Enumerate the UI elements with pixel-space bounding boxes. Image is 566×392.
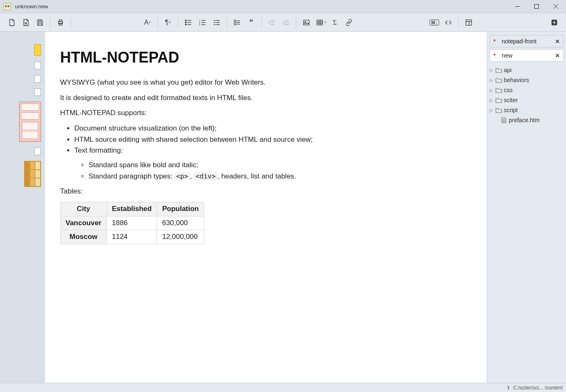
- tree-folder[interactable]: ▷sciter: [488, 95, 565, 105]
- list-item[interactable]: Standard paragraph types: <p>, <div>, he…: [88, 171, 472, 182]
- outline-p-block[interactable]: [34, 148, 41, 155]
- editor-wrap: HTML-NOTEPAD WYSIWYG (what you see is wh…: [45, 32, 487, 383]
- doc-list[interactable]: Document structure visualization (on the…: [60, 123, 472, 181]
- svg-rect-27: [234, 20, 235, 25]
- paragraph-button[interactable]: ¶▾: [161, 16, 174, 29]
- new-file-button[interactable]: [5, 16, 18, 29]
- definition-list-button[interactable]: [210, 16, 223, 29]
- outline-table-block[interactable]: [24, 161, 41, 187]
- status-path: C:/sciter/sci...: [513, 385, 543, 391]
- editor[interactable]: HTML-NOTEPAD WYSIWYG (what you see is wh…: [45, 32, 487, 383]
- doc-paragraph[interactable]: It is designed to create and edit format…: [60, 93, 472, 103]
- source-toggle-button[interactable]: [442, 16, 455, 29]
- outline-p-block[interactable]: [34, 62, 41, 69]
- list-item[interactable]: HTML source editing with shared selectio…: [74, 135, 472, 145]
- table-cell[interactable]: Vancouver: [61, 216, 107, 230]
- expand-icon: ▷: [490, 78, 494, 83]
- preformatted-button[interactable]: [230, 16, 244, 29]
- statusbar: ⬆ C:/sciter/sci... /content: [0, 383, 566, 392]
- table-header[interactable]: City: [61, 202, 107, 216]
- svg-rect-39: [317, 20, 322, 25]
- add-button[interactable]: [548, 16, 561, 29]
- folder-icon: [495, 107, 502, 113]
- table-button[interactable]: ▾: [314, 16, 327, 29]
- file-icon: [500, 117, 507, 123]
- window-title: unknown:new: [15, 3, 48, 10]
- doc-heading[interactable]: HTML-NOTEPAD: [60, 47, 472, 68]
- doc-paragraph[interactable]: Tables:: [60, 186, 472, 197]
- maximize-button[interactable]: [527, 0, 546, 13]
- expand-icon: ▷: [490, 108, 494, 113]
- font-style-button[interactable]: A▾: [141, 16, 154, 29]
- status-path-tail: /content: [545, 385, 563, 391]
- close-window-button[interactable]: [546, 0, 565, 13]
- dirty-indicator: *: [493, 52, 498, 59]
- svg-point-38: [305, 21, 306, 23]
- table-cell[interactable]: 1124: [107, 230, 157, 244]
- list-item[interactable]: Standard spans like bold and italic;: [88, 160, 472, 171]
- main-area: HTML-NOTEPAD WYSIWYG (what you see is wh…: [0, 32, 566, 383]
- table-header[interactable]: Population: [157, 202, 204, 216]
- outline-h1-block[interactable]: [34, 44, 41, 56]
- save-button[interactable]: [33, 16, 47, 29]
- expand-icon: ▷: [490, 88, 494, 93]
- tree-folder[interactable]: ▷behaviors: [488, 75, 565, 85]
- svg-point-10: [185, 22, 187, 23]
- document-tab[interactable]: * notepad-front ✕: [490, 35, 563, 48]
- code-span: <p>: [174, 172, 190, 180]
- minimize-button[interactable]: [508, 0, 527, 13]
- tab-close-button[interactable]: ✕: [555, 53, 560, 59]
- code-span: <div>: [194, 172, 217, 180]
- tree-folder[interactable]: ▷css: [488, 85, 565, 95]
- link-button[interactable]: [342, 16, 356, 29]
- table-cell[interactable]: 630,000: [157, 216, 204, 230]
- doc-paragraph[interactable]: WYSIWYG (what you see is what you get) e…: [60, 78, 472, 88]
- dirty-indicator: *: [493, 38, 498, 45]
- doc-paragraph[interactable]: HTML-NOTEPAD supports:: [60, 108, 472, 118]
- tab-close-button[interactable]: ✕: [555, 38, 560, 45]
- print-button[interactable]: [54, 16, 67, 29]
- expand-icon: ▷: [490, 68, 494, 73]
- markdown-toggle-button[interactable]: M↓: [428, 16, 441, 29]
- svg-point-11: [185, 24, 187, 25]
- ordered-list-button[interactable]: 123: [196, 16, 209, 29]
- table-row: Moscow 1124 12,000,000: [61, 230, 204, 244]
- table-header[interactable]: Established: [107, 202, 157, 216]
- blockquote-button[interactable]: “: [245, 16, 258, 29]
- document-tabs: * notepad-front ✕ * new ✕: [487, 32, 566, 63]
- expand-icon: ▷: [490, 98, 494, 103]
- table-cell[interactable]: Moscow: [61, 230, 107, 244]
- tab-name: notepad-front: [502, 38, 551, 45]
- image-button[interactable]: [300, 16, 313, 29]
- svg-rect-4: [39, 20, 41, 21]
- svg-rect-5: [39, 23, 42, 25]
- outline-p-block[interactable]: [34, 75, 41, 83]
- list-item[interactable]: Document structure visualization (on the…: [74, 123, 472, 134]
- bullet-list-button[interactable]: [182, 16, 195, 29]
- outline-p-block[interactable]: [34, 88, 41, 96]
- svg-point-9: [185, 20, 187, 21]
- file-tree: ▷api ▷behaviors ▷css ▷sciter ▷script pre…: [487, 63, 566, 127]
- side-panel: * notepad-front ✕ * new ✕ ▷api ▷behavior…: [487, 32, 566, 383]
- folder-icon: [495, 87, 502, 93]
- outline-panel: [0, 32, 45, 383]
- tree-folder[interactable]: ▷api: [488, 65, 565, 75]
- table-row: Vancouver 1886 630,000: [61, 216, 204, 230]
- doc-table[interactable]: City Established Population Vancouver 18…: [60, 202, 204, 244]
- tab-name: new: [502, 52, 551, 59]
- layout-button[interactable]: [462, 16, 475, 29]
- outdent-button[interactable]: [265, 16, 278, 29]
- table-cell[interactable]: 12,000,000: [157, 230, 204, 244]
- formula-button[interactable]: Σ: [328, 16, 341, 29]
- indent-button[interactable]: [279, 16, 293, 29]
- tree-folder[interactable]: ▷script: [488, 105, 565, 115]
- up-folder-icon[interactable]: ⬆: [506, 385, 510, 391]
- outline-list-block[interactable]: [19, 102, 41, 142]
- list-item[interactable]: Text formatting: Standard spans like bol…: [74, 146, 472, 181]
- open-file-button[interactable]: [19, 16, 33, 29]
- tree-file[interactable]: preface.htm: [488, 115, 565, 125]
- svg-rect-37: [303, 20, 309, 25]
- table-cell[interactable]: 1886: [107, 216, 157, 230]
- document-tab-active[interactable]: * new ✕: [490, 49, 563, 62]
- titlebar: unknown:new: [0, 0, 566, 13]
